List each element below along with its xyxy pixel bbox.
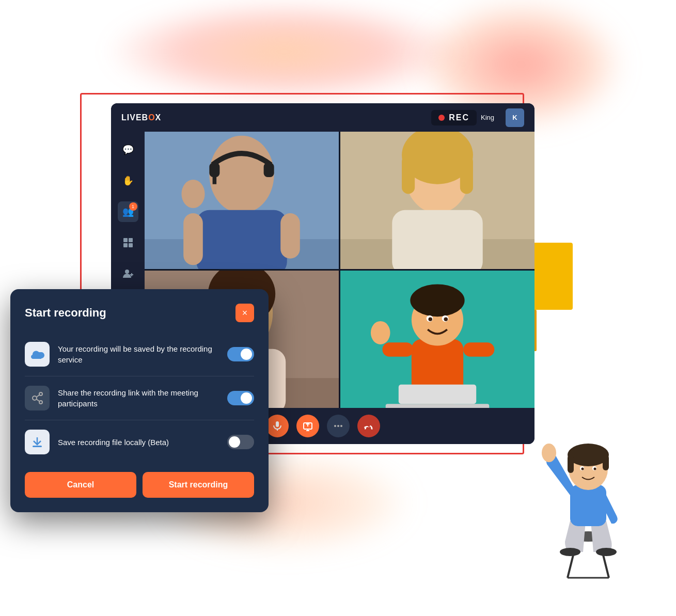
svg-rect-13	[213, 175, 217, 184]
svg-point-51	[33, 396, 37, 400]
modal-title: Start recording	[25, 306, 106, 320]
svg-rect-42	[276, 421, 279, 427]
svg-rect-35	[463, 342, 494, 357]
svg-rect-10	[196, 210, 287, 269]
option-share-link: Share the recording link with the meetin…	[25, 378, 254, 418]
svg-rect-22	[402, 155, 415, 194]
video-cell-4	[340, 271, 534, 408]
local-save-text: Save recording file locally (Beta)	[58, 437, 219, 448]
participants-badge: 1	[129, 202, 137, 211]
logo-highlight: O	[148, 113, 155, 122]
svg-point-49	[337, 425, 339, 427]
svg-point-48	[334, 425, 336, 427]
svg-rect-1	[129, 238, 133, 242]
cloud-save-toggle[interactable]	[227, 347, 254, 361]
sidebar-grid-icon[interactable]	[118, 232, 138, 253]
option-local-save: Save recording file locally (Beta)	[25, 422, 254, 462]
modal-header: Start recording ×	[25, 304, 254, 322]
svg-rect-3	[129, 243, 133, 247]
sidebar-hand-icon[interactable]: ✋	[118, 170, 138, 191]
cancel-button[interactable]: Cancel	[25, 472, 136, 498]
svg-point-32	[410, 284, 464, 317]
svg-point-52	[39, 392, 42, 396]
blob-top	[103, 0, 465, 103]
svg-rect-14	[183, 213, 203, 265]
cloud-icon	[25, 342, 50, 367]
svg-point-63	[596, 548, 617, 556]
close-icon: ×	[242, 308, 248, 319]
svg-point-53	[39, 401, 42, 404]
svg-point-50	[340, 425, 342, 427]
svg-line-54	[37, 395, 40, 397]
more-button[interactable]	[327, 415, 350, 437]
user-avatar: K	[506, 108, 524, 127]
rec-dot-icon	[438, 115, 445, 121]
modal-footer: Cancel Start recording	[25, 472, 254, 498]
sidebar-chat-icon[interactable]: 💬	[118, 139, 138, 160]
recording-modal: Start recording × Your recording will be…	[10, 289, 269, 512]
svg-rect-56	[33, 446, 42, 447]
video-header: LIVEBOX REC King K	[111, 103, 534, 132]
svg-rect-23	[460, 155, 473, 194]
svg-rect-20	[392, 210, 482, 269]
video-cell-2	[340, 132, 534, 269]
svg-point-15	[181, 180, 205, 208]
user-name-label: King	[481, 114, 494, 121]
local-save-toggle[interactable]	[227, 435, 254, 449]
svg-rect-2	[123, 243, 128, 247]
svg-rect-16	[280, 213, 300, 259]
option-cloud-save: Your recording will be saved by the reco…	[25, 335, 254, 374]
svg-rect-36	[386, 404, 490, 408]
download-icon	[25, 430, 50, 454]
svg-point-62	[560, 548, 580, 556]
share-screen-button[interactable]	[296, 415, 319, 437]
svg-rect-33	[382, 342, 413, 357]
divider-2	[25, 420, 254, 420]
svg-rect-0	[123, 238, 128, 242]
start-recording-button[interactable]: Start recording	[143, 472, 254, 498]
svg-rect-12	[264, 163, 274, 177]
share-link-text: Share the recording link with the meetin…	[58, 387, 219, 409]
svg-point-41	[444, 317, 448, 321]
video-cell-1	[145, 132, 339, 269]
rec-label: REC	[449, 113, 469, 122]
modal-close-button[interactable]: ×	[235, 304, 254, 322]
svg-point-34	[371, 321, 390, 344]
svg-rect-37	[399, 385, 476, 404]
svg-rect-64	[570, 485, 606, 526]
divider-1	[25, 376, 254, 376]
cartoon-person-figure	[531, 418, 645, 585]
rec-badge: REC	[431, 110, 477, 125]
svg-line-55	[37, 399, 40, 401]
end-call-button[interactable]	[357, 415, 380, 437]
mic-button[interactable]	[266, 415, 289, 437]
svg-point-40	[428, 317, 432, 321]
share-link-icon	[25, 386, 50, 410]
svg-rect-68	[603, 455, 609, 470]
svg-point-4	[125, 270, 129, 274]
svg-point-73	[542, 444, 556, 462]
sidebar-addperson-icon[interactable]	[118, 263, 138, 284]
svg-rect-67	[568, 455, 574, 473]
livebox-logo: LIVEBOX	[121, 113, 161, 122]
svg-point-72	[594, 468, 596, 470]
share-link-toggle[interactable]	[227, 391, 254, 405]
cloud-save-text: Your recording will be saved by the reco…	[58, 343, 219, 365]
sidebar-participants-icon[interactable]: 👥 1	[118, 201, 138, 222]
svg-point-71	[581, 468, 584, 470]
